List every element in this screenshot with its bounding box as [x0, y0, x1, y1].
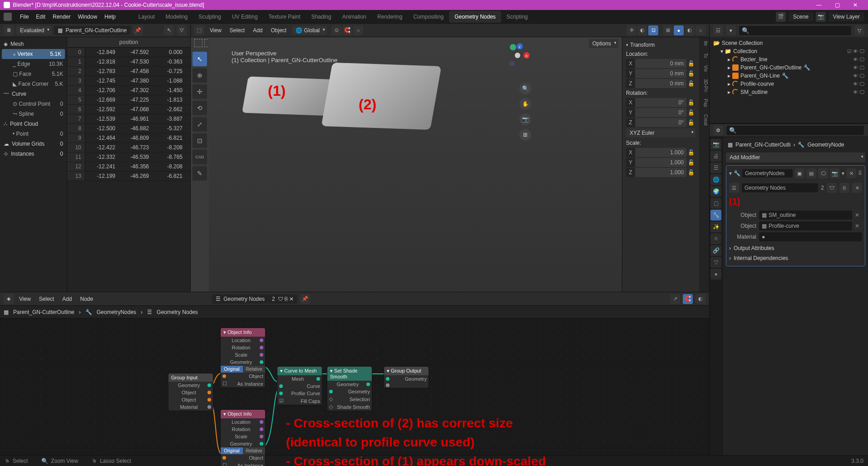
- table-row[interactable]: 3-12.745-47.380-1.088: [67, 76, 190, 86]
- vp-menu-select[interactable]: Select: [227, 27, 247, 34]
- node-editor-type-icon[interactable]: ◈: [4, 294, 14, 304]
- drag-icon[interactable]: ⠿: [858, 170, 862, 177]
- ptab-world[interactable]: 🌍: [710, 186, 721, 197]
- viewlayer-icon[interactable]: 📷: [816, 12, 826, 22]
- table-row[interactable]: 1-12.818-47.530-0.363: [67, 57, 190, 67]
- snap-icon[interactable]: 🧲: [342, 25, 352, 35]
- loc-x[interactable]: 0 mm: [635, 59, 686, 68]
- user-count[interactable]: 2: [821, 185, 824, 191]
- ptab-output[interactable]: 🖨: [710, 151, 721, 162]
- modifier-name-field[interactable]: GeometryNodes: [742, 169, 793, 177]
- eval-mode-dropdown[interactable]: Evaluated: [16, 26, 51, 35]
- pin-icon[interactable]: 📌: [300, 294, 310, 304]
- outliner-item-gnline[interactable]: ▸ Parent_GN-Line 🔧👁 🖵: [711, 72, 866, 80]
- scene-selector[interactable]: Scene: [789, 12, 813, 21]
- ne-menu-select[interactable]: Select: [36, 296, 57, 302]
- transform-panel-header[interactable]: Transform: [626, 40, 695, 50]
- scale-x[interactable]: 1.000: [635, 148, 686, 157]
- tool-cursor[interactable]: ⊕: [192, 68, 207, 83]
- tab-sculpting[interactable]: Sculpting: [193, 11, 227, 23]
- table-row[interactable]: 12-12.241-46.356-8.208: [67, 162, 190, 172]
- menu-file[interactable]: File: [16, 14, 32, 20]
- shading-solid-icon[interactable]: ●: [674, 25, 684, 35]
- ne-menu-node[interactable]: Node: [78, 296, 96, 302]
- node-canvas[interactable]: Group Input Geometry Object Object Mater…: [0, 319, 709, 455]
- node-set-shade-smooth[interactable]: ▾ Set Shade Smooth Geometry Geometry ◇Se…: [327, 366, 372, 411]
- ptab-physics[interactable]: ⚛: [710, 233, 721, 244]
- tab-animation[interactable]: Animation: [337, 11, 372, 23]
- lock-icon[interactable]: 🔓: [686, 60, 695, 67]
- table-row[interactable]: 11-12.332-46.539-8.765: [67, 152, 190, 162]
- tab-layout[interactable]: Layout: [133, 11, 160, 23]
- menu-window[interactable]: Window: [74, 14, 101, 20]
- vp-menu-object[interactable]: Object: [268, 27, 290, 34]
- tool-transform[interactable]: ⊡: [192, 133, 207, 148]
- node-object-info-1[interactable]: ▾ Object Info Location Rotation Scale Ge…: [220, 328, 266, 388]
- output-attributes-expander[interactable]: Output Attributes: [729, 243, 862, 253]
- tab-uv[interactable]: UV Editing: [227, 11, 263, 23]
- cursor-icon[interactable]: ↖: [164, 25, 174, 35]
- scene-icon[interactable]: 🎬: [776, 12, 786, 22]
- viewport-options[interactable]: Options: [589, 39, 618, 48]
- tool-scale[interactable]: ⤢: [192, 117, 207, 132]
- mod-close-icon[interactable]: ✕: [846, 168, 856, 178]
- mod-edit-icon[interactable]: ▤: [806, 168, 816, 178]
- ne-snap-icon[interactable]: 🧲: [683, 294, 693, 304]
- spreadsheet-object-path[interactable]: ▦ Parent_GN-CutterOutline: [54, 26, 130, 35]
- npanel-tab-tool[interactable]: To: [699, 49, 709, 62]
- menu-edit[interactable]: Edit: [32, 14, 49, 20]
- mod-render-icon[interactable]: 📷: [830, 168, 840, 178]
- mod-realtime-icon[interactable]: 🖵: [818, 168, 828, 178]
- node-curve-to-mesh[interactable]: ▾ Curve to Mesh Mesh Curve Profile Curve…: [277, 366, 322, 405]
- node-object-info-2[interactable]: ▾ Object Info Location Rotation Scale Ge…: [220, 409, 266, 466]
- outliner-search[interactable]: [739, 25, 852, 36]
- minimize-button[interactable]: —: [810, 0, 828, 10]
- tool-annotate[interactable]: ✎: [192, 166, 207, 181]
- filter-icon[interactable]: ▽: [177, 25, 187, 35]
- properties-editor-icon[interactable]: ⚙: [713, 125, 723, 135]
- outliner-item-cutteroutline[interactable]: ▸ Parent_GN-CutterOutline 🔧👁 🖵: [711, 64, 866, 72]
- outliner-editor-icon[interactable]: ☷: [713, 25, 723, 35]
- ptab-object[interactable]: ▢: [710, 198, 721, 209]
- xray-icon[interactable]: ⊡: [648, 25, 658, 35]
- ptab-render[interactable]: 📷: [710, 139, 721, 150]
- npanel-tab-3dprint[interactable]: 3D-Pri: [699, 75, 709, 95]
- lock-icon[interactable]: 🔓: [686, 70, 695, 77]
- add-modifier-dropdown[interactable]: Add Modifier: [726, 152, 865, 162]
- object-input-1[interactable]: ▦ SM_outline: [759, 211, 852, 220]
- ne-overlay-icon[interactable]: ◐: [695, 294, 705, 304]
- tab-modeling[interactable]: Modeling: [160, 11, 193, 23]
- object-input-2[interactable]: ▦ Profile-curve: [759, 221, 852, 231]
- table-row[interactable]: 10-12.422-46.723-8.208: [67, 143, 190, 152]
- domain-edge[interactable]: ⎯ Edge10.3K: [0, 59, 67, 69]
- overlay-icon[interactable]: ◐: [637, 25, 647, 35]
- tab-compositing[interactable]: Compositing: [408, 11, 449, 23]
- material-input[interactable]: ●: [759, 232, 862, 241]
- chevron-down-icon[interactable]: ▾: [729, 170, 732, 177]
- tool-select[interactable]: ↖: [192, 52, 207, 66]
- ptab-material[interactable]: ●: [710, 269, 721, 280]
- outliner-item-profile[interactable]: ▸ Profile-courve👁 🖵: [711, 80, 866, 88]
- lock-icon[interactable]: 🔓: [686, 119, 695, 126]
- lock-icon[interactable]: 🔓: [686, 109, 695, 116]
- shading-rendered-icon[interactable]: ○: [695, 25, 705, 35]
- table-row[interactable]: 4-12.706-47.302-1.450: [67, 86, 190, 95]
- ptab-scene[interactable]: 🌐: [710, 174, 721, 185]
- clear-icon[interactable]: ✕: [855, 212, 862, 218]
- close-button[interactable]: ✕: [846, 0, 864, 10]
- table-row[interactable]: 5-12.669-47.225-1.813: [67, 95, 190, 105]
- ptab-particles[interactable]: ✨: [710, 221, 721, 232]
- nodegroup-field[interactable]: Geometry Nodes: [742, 183, 818, 192]
- tab-geometry-nodes[interactable]: Geometry Nodes: [449, 11, 501, 23]
- internal-deps-expander[interactable]: Internal Dependencies: [729, 253, 862, 263]
- rot-y[interactable]: 0°: [635, 108, 686, 117]
- orientation-dropdown[interactable]: 🌐 Global: [292, 26, 327, 35]
- chevron-down-icon[interactable]: ▾: [842, 170, 844, 177]
- lock-icon[interactable]: 🔓: [686, 149, 695, 156]
- outliner-filter-icon[interactable]: ▽: [854, 25, 864, 35]
- npanel-tab-view[interactable]: Vie: [699, 62, 709, 75]
- outliner-display-mode-icon[interactable]: ▾: [726, 25, 736, 35]
- table-row[interactable]: 2-12.783-47.458-0.725: [67, 67, 190, 76]
- properties-search[interactable]: [726, 125, 864, 136]
- rot-z[interactable]: 0°: [635, 118, 686, 127]
